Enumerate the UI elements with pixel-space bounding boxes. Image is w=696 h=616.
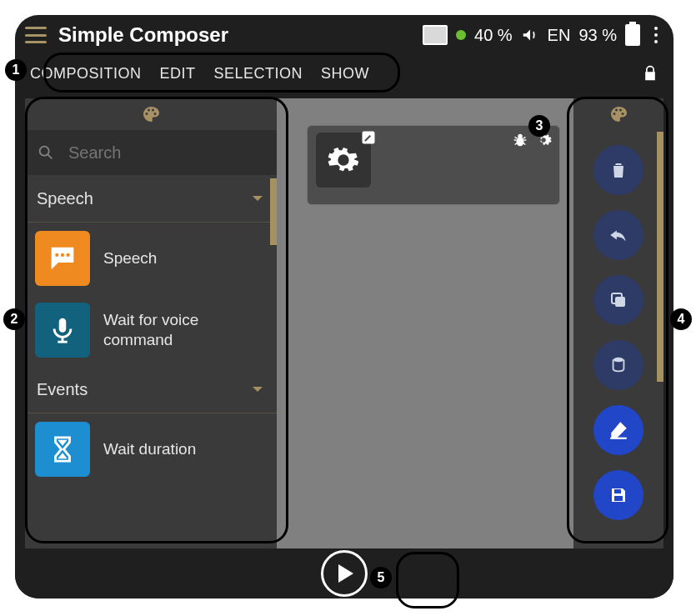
block-wait-duration[interactable]: Wait duration (25, 413, 277, 485)
svg-line-1 (48, 154, 52, 158)
microphone-icon (35, 303, 90, 358)
category-speech[interactable]: Speech (25, 175, 277, 223)
palette-icon (141, 104, 161, 124)
actions-header (573, 98, 663, 130)
svg-point-0 (40, 147, 49, 156)
category-events-label: Events (37, 380, 88, 399)
block-wait-voice[interactable]: Wait for voice command (25, 294, 277, 366)
paste-button[interactable] (593, 340, 643, 390)
block-palette-panel: Speech Speech Wait for voice command (25, 98, 277, 548)
svg-rect-11 (615, 297, 625, 307)
app-title: Simple Composer (58, 23, 228, 47)
search-input[interactable] (67, 143, 281, 163)
actions-panel (573, 98, 663, 548)
battery-value: 93 % (578, 26, 617, 45)
menu-bar: COMPOSITION EDIT SELECTION SHOW (15, 55, 673, 92)
main-area: Speech Speech Wait for voice command (25, 98, 663, 548)
svg-point-4 (67, 253, 70, 257)
app-window: Simple Composer 40 % EN 93 % COMPOSITION… (15, 15, 673, 598)
chevron-down-icon (250, 191, 265, 206)
svg-point-13 (613, 358, 624, 363)
menu-selection[interactable]: SELECTION (214, 65, 303, 83)
menu-composition[interactable]: COMPOSITION (30, 65, 142, 83)
svg-point-2 (55, 253, 58, 257)
svg-rect-5 (59, 318, 67, 333)
svg-rect-14 (614, 489, 621, 493)
palette-body: Speech Speech Wait for voice command (25, 175, 277, 548)
block-wait-voice-label: Wait for voice command (103, 310, 267, 350)
speech-bubble-icon (35, 231, 90, 286)
lock-icon[interactable] (642, 63, 658, 83)
language-value[interactable]: EN (548, 26, 571, 45)
bottom-bar (15, 548, 673, 598)
save-button[interactable] (593, 470, 643, 520)
play-button[interactable] (321, 550, 368, 597)
block-speech-label: Speech (103, 248, 157, 268)
svg-rect-15 (614, 496, 623, 501)
palette-header (25, 98, 277, 130)
palette-icon (608, 104, 628, 124)
search-icon (37, 143, 55, 162)
menu-edit[interactable]: EDIT (160, 65, 196, 83)
category-events[interactable]: Events (25, 366, 277, 413)
block-speech[interactable]: Speech (25, 223, 277, 294)
display-indicator-icon (423, 25, 448, 45)
actions-scrollbar[interactable] (657, 132, 663, 382)
volume-icon[interactable] (521, 26, 539, 44)
block-wait-duration-label: Wait duration (103, 439, 196, 459)
battery-icon (625, 24, 640, 46)
callout-5: 5 (370, 567, 392, 588)
svg-point-10 (518, 134, 523, 139)
bug-icon[interactable] (511, 131, 529, 149)
status-dot-icon (456, 30, 466, 40)
callout-3: 3 (528, 115, 550, 137)
copy-button[interactable] (593, 275, 643, 325)
search-bar[interactable] (25, 130, 277, 175)
palette-scrollbar[interactable] (270, 178, 277, 245)
canvas-node[interactable] (307, 125, 560, 205)
menu-hamburger-icon[interactable] (25, 27, 47, 43)
chevron-down-icon (250, 382, 265, 397)
delete-button[interactable] (593, 145, 643, 195)
menu-show[interactable]: SHOW (321, 65, 369, 83)
play-icon (338, 564, 353, 583)
callout-2: 2 (3, 308, 25, 330)
callout-4: 4 (670, 308, 692, 330)
callout-1: 1 (5, 59, 27, 81)
undo-button[interactable] (593, 210, 643, 260)
edit-badge-icon[interactable] (361, 130, 376, 145)
svg-point-3 (61, 253, 64, 257)
more-icon[interactable] (648, 25, 663, 45)
erase-button[interactable] (593, 405, 643, 455)
category-speech-label: Speech (37, 189, 93, 208)
brightness-value: 40 % (474, 26, 513, 45)
hourglass-icon (35, 422, 90, 477)
status-bar: Simple Composer 40 % EN 93 % (15, 15, 673, 55)
